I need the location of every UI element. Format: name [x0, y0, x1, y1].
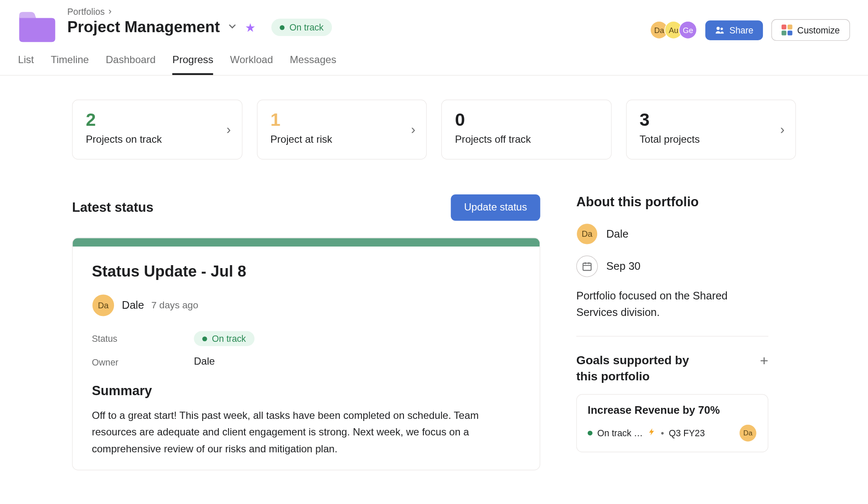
author-name: Dale	[122, 299, 144, 312]
status-update-card[interactable]: Status Update - Jul 8 Da Dale 7 days ago…	[72, 238, 540, 471]
svg-point-0	[717, 27, 720, 30]
customize-button[interactable]: Customize	[771, 19, 850, 41]
update-status-button[interactable]: Update status	[451, 194, 540, 221]
about-description: Portfolio focused on the Shared Services…	[576, 288, 768, 336]
stat-card-off-track[interactable]: 0 Projects off track	[441, 100, 612, 160]
summary-heading: Summary	[92, 383, 520, 399]
status-field-label: Status	[92, 333, 128, 343]
status-dot-icon	[588, 431, 593, 435]
bolt-icon	[648, 428, 656, 438]
tab-messages[interactable]: Messages	[290, 49, 337, 75]
chevron-right-icon: ›	[780, 122, 785, 138]
goals-heading: Goals supported by this portfolio	[576, 352, 696, 384]
tab-dashboard[interactable]: Dashboard	[106, 49, 156, 75]
calendar-icon	[576, 255, 598, 277]
status-value-chip: On track	[194, 331, 254, 346]
stat-card-on-track[interactable]: 2 Projects on track ›	[72, 100, 242, 160]
svg-point-1	[721, 28, 723, 30]
goal-assignee-avatar[interactable]: Da	[739, 424, 757, 442]
stat-label: Projects off track	[455, 134, 531, 146]
about-owner-row[interactable]: Da Dale	[576, 223, 768, 245]
owner-avatar[interactable]: Da	[576, 223, 598, 245]
share-label: Share	[729, 25, 754, 35]
tab-workload[interactable]: Workload	[230, 49, 273, 75]
goal-title: Increase Revenue by 70%	[588, 404, 757, 417]
star-icon[interactable]: ★	[245, 20, 256, 34]
member-avatar-stack[interactable]: Da Au Ge	[650, 21, 697, 39]
page-title: Project Management	[67, 18, 220, 36]
add-goal-button[interactable]: +	[760, 352, 768, 369]
owner-field-label: Owner	[92, 357, 128, 367]
latest-status-heading: Latest status	[72, 200, 153, 216]
goal-status: On track …	[597, 428, 643, 438]
owner-value: Dale	[194, 356, 215, 368]
stat-label: Projects on track	[86, 134, 162, 146]
status-dot-icon	[280, 25, 284, 30]
header-status-chip[interactable]: On track	[272, 19, 332, 36]
stat-value: 0	[455, 111, 531, 129]
goal-card[interactable]: Increase Revenue by 70% On track … • Q3 …	[576, 394, 768, 452]
stat-label: Project at risk	[270, 134, 332, 146]
about-date-row[interactable]: Sep 30	[576, 255, 768, 277]
svg-rect-2	[583, 263, 591, 270]
tab-timeline[interactable]: Timeline	[51, 49, 89, 75]
customize-label: Customize	[797, 25, 840, 35]
title-dropdown-caret[interactable]	[227, 21, 238, 34]
status-value-text: On track	[212, 333, 246, 343]
stat-card-total[interactable]: 3 Total projects ›	[626, 100, 796, 160]
status-color-bar	[72, 238, 540, 246]
chevron-right-icon: ›	[411, 122, 415, 138]
header-status-label: On track	[289, 22, 323, 32]
about-date: Sep 30	[606, 260, 640, 273]
stat-value: 3	[640, 111, 700, 129]
stat-value: 2	[86, 111, 162, 129]
about-heading: About this portfolio	[576, 194, 768, 210]
chevron-right-icon: ›	[108, 6, 112, 17]
tab-list[interactable]: List	[18, 49, 33, 75]
owner-name: Dale	[606, 227, 628, 240]
tabs: List Timeline Dashboard Progress Workloa…	[18, 49, 850, 75]
stat-label: Total projects	[640, 134, 700, 146]
author-timestamp: 7 days ago	[151, 300, 198, 310]
status-dot-icon	[202, 336, 207, 341]
author-avatar[interactable]: Da	[92, 294, 115, 317]
goal-period: Q3 FY23	[669, 428, 705, 438]
people-icon	[715, 25, 725, 35]
stat-card-at-risk[interactable]: 1 Project at risk ›	[256, 100, 427, 160]
stat-value: 1	[270, 111, 332, 129]
tab-progress[interactable]: Progress	[172, 49, 213, 75]
status-update-title: Status Update - Jul 8	[92, 262, 520, 281]
grid-icon	[782, 25, 792, 35]
chevron-right-icon: ›	[226, 122, 231, 138]
breadcrumb-root[interactable]: Portfolios	[67, 6, 105, 17]
avatar[interactable]: Ge	[679, 21, 697, 39]
summary-text: Off to a great start! This past week, al…	[92, 407, 520, 458]
breadcrumb[interactable]: Portfolios ›	[67, 6, 332, 17]
portfolio-folder-icon	[18, 8, 56, 43]
share-button[interactable]: Share	[705, 20, 763, 40]
separator: •	[661, 428, 664, 438]
